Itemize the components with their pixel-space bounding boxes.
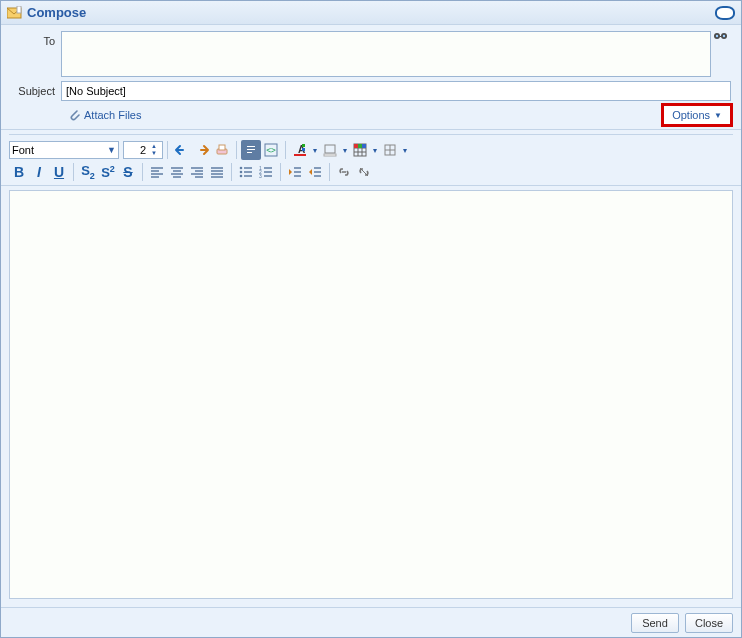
compose-icon — [7, 6, 23, 20]
outdent-button[interactable] — [285, 162, 305, 182]
font-color-dropdown[interactable] — [310, 140, 320, 160]
align-left-icon — [150, 166, 164, 178]
svg-marker-60 — [289, 169, 292, 175]
indent-button[interactable] — [305, 162, 325, 182]
undo-button[interactable] — [172, 140, 192, 160]
bold-button[interactable]: B — [9, 162, 29, 182]
redo-button[interactable] — [192, 140, 212, 160]
svg-rect-12 — [247, 152, 252, 153]
svg-point-52 — [240, 175, 243, 178]
align-right-button[interactable] — [187, 162, 207, 182]
to-label: To — [11, 31, 61, 47]
align-right-icon — [190, 166, 204, 178]
svg-rect-17 — [302, 144, 305, 147]
bullet-list-icon — [239, 166, 253, 178]
svg-rect-20 — [324, 154, 336, 156]
highlight-icon — [323, 143, 337, 157]
size-up-icon[interactable]: ▲ — [148, 143, 160, 150]
unlink-icon — [357, 165, 371, 179]
cell-options-button[interactable] — [380, 140, 400, 160]
highlight-color-button[interactable] — [320, 140, 340, 160]
address-book-icon[interactable] — [713, 31, 729, 45]
strikethrough-icon: S — [123, 164, 132, 180]
outdent-icon — [288, 166, 302, 178]
svg-rect-16 — [294, 154, 306, 156]
window-title: Compose — [27, 5, 86, 20]
font-color-button[interactable]: A — [290, 140, 310, 160]
svg-point-5 — [723, 35, 725, 37]
eraser-icon — [215, 143, 229, 157]
toolbar-row-2: B I U S2 S2 S 123 — [9, 161, 733, 183]
table-icon — [353, 143, 367, 157]
numbered-list-icon: 123 — [259, 166, 273, 178]
subscript-button[interactable]: S2 — [78, 162, 98, 182]
rich-text-mode-button[interactable] — [241, 140, 261, 160]
toolbar-row-1: Font ▼ ▲▼ <> — [9, 139, 733, 161]
svg-point-50 — [240, 171, 243, 174]
svg-rect-8 — [219, 145, 225, 150]
align-center-button[interactable] — [167, 162, 187, 182]
to-field[interactable] — [61, 31, 711, 77]
strikethrough-button[interactable]: S — [118, 162, 138, 182]
help-icon[interactable] — [715, 6, 735, 20]
subject-field[interactable] — [61, 81, 731, 101]
header-form: To Subject Attach Files — [1, 25, 741, 130]
send-button[interactable]: Send — [631, 613, 679, 633]
bold-icon: B — [14, 164, 24, 180]
size-down-icon[interactable]: ▼ — [148, 150, 160, 157]
align-justify-icon — [210, 166, 224, 178]
numbered-list-button[interactable]: 123 — [256, 162, 276, 182]
subject-label: Subject — [11, 81, 61, 97]
italic-button[interactable]: I — [29, 162, 49, 182]
svg-rect-26 — [354, 144, 358, 148]
attach-files-link[interactable]: Attach Files — [67, 108, 141, 122]
paperclip-icon — [67, 108, 81, 122]
svg-point-48 — [240, 167, 243, 170]
svg-rect-28 — [362, 144, 366, 148]
font-size-stepper[interactable]: ▲▼ — [123, 141, 163, 159]
richtext-icon — [244, 143, 258, 157]
chevron-down-icon: ▼ — [107, 145, 116, 155]
chevron-down-icon: ▼ — [714, 111, 722, 120]
compose-window: Compose To Subject — [0, 0, 742, 638]
insert-link-button[interactable] — [334, 162, 354, 182]
remove-link-button[interactable] — [354, 162, 374, 182]
editor-toolbar: Font ▼ ▲▼ <> — [1, 130, 741, 186]
svg-point-3 — [716, 35, 718, 37]
source-icon: <> — [264, 143, 278, 157]
close-button[interactable]: Close — [685, 613, 733, 633]
italic-icon: I — [37, 164, 41, 180]
footer: Send Close — [1, 607, 741, 637]
options-button[interactable]: Options ▼ — [661, 103, 733, 127]
indent-icon — [308, 166, 322, 178]
insert-table-button[interactable] — [350, 140, 370, 160]
subscript-icon: S2 — [81, 163, 95, 181]
underline-icon: U — [54, 164, 64, 180]
svg-rect-18 — [302, 148, 305, 151]
align-left-button[interactable] — [147, 162, 167, 182]
message-body[interactable] — [9, 190, 733, 599]
superscript-button[interactable]: S2 — [98, 162, 118, 182]
bullet-list-button[interactable] — [236, 162, 256, 182]
svg-rect-1 — [17, 6, 21, 13]
font-size-input[interactable] — [124, 144, 148, 156]
svg-rect-10 — [247, 146, 255, 147]
titlebar: Compose — [1, 1, 741, 25]
align-center-icon — [170, 166, 184, 178]
insert-table-dropdown[interactable] — [370, 140, 380, 160]
clear-formatting-button[interactable] — [212, 140, 232, 160]
svg-text:<>: <> — [266, 146, 276, 155]
svg-rect-11 — [247, 149, 255, 150]
font-family-select[interactable]: Font ▼ — [9, 141, 119, 159]
source-mode-button[interactable]: <> — [261, 140, 281, 160]
font-color-icon: A — [293, 143, 307, 157]
underline-button[interactable]: U — [49, 162, 69, 182]
highlight-color-dropdown[interactable] — [340, 140, 350, 160]
svg-rect-19 — [325, 145, 335, 153]
svg-text:3: 3 — [259, 173, 262, 178]
link-icon — [337, 165, 351, 179]
superscript-icon: S2 — [101, 164, 115, 180]
cell-options-dropdown[interactable] — [400, 140, 410, 160]
align-justify-button[interactable] — [207, 162, 227, 182]
svg-rect-27 — [358, 144, 362, 148]
